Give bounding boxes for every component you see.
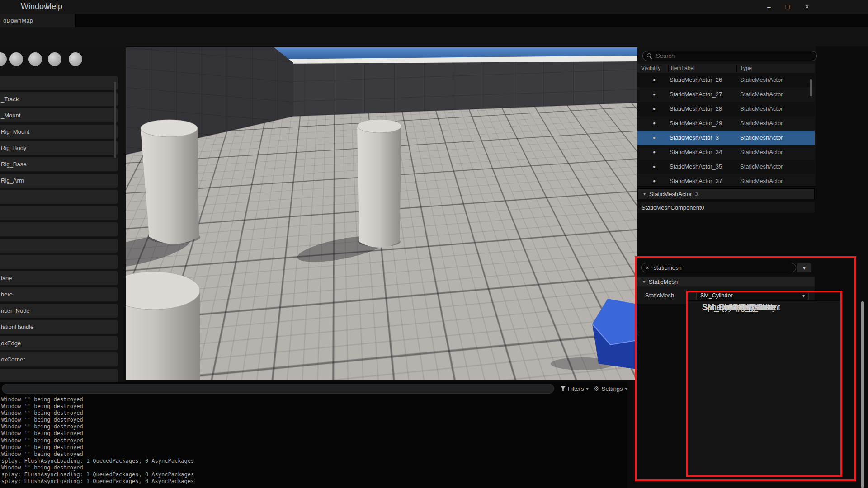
visibility-icon[interactable]: ● xyxy=(651,145,657,160)
outliner-row[interactable]: ● StaticMeshActor_28 StaticMeshActor xyxy=(637,102,815,116)
outliner-row-type: StaticMeshActor xyxy=(740,174,783,185)
visibility-icon[interactable]: ● xyxy=(651,160,657,174)
outliner-scrollbar[interactable] xyxy=(810,79,812,96)
asset-list-item[interactable] xyxy=(0,239,118,253)
outliner-row-label: StaticMeshActor_26 xyxy=(670,73,722,87)
outliner-rows: ● StaticMeshActor_26 StaticMeshActor ● S… xyxy=(637,73,815,185)
tab-topdownmap[interactable]: oDownMap xyxy=(0,14,76,27)
asset-list-item[interactable] xyxy=(0,206,118,220)
asset-list-item[interactable]: Rig_Arm xyxy=(0,174,118,188)
log-line: Window '' being destroyed xyxy=(1,423,194,430)
outliner-header-row: Visibility ItemLabel Type xyxy=(637,64,815,73)
tool-mode-icon[interactable] xyxy=(9,52,23,66)
outliner-row[interactable]: ● StaticMeshActor_34 StaticMeshActor xyxy=(637,145,815,160)
column-divider xyxy=(736,65,737,72)
outliner-row-type: StaticMeshActor xyxy=(740,145,783,160)
asset-list-item[interactable] xyxy=(0,255,118,269)
visibility-icon[interactable]: ● xyxy=(651,73,657,87)
visibility-icon[interactable]: ● xyxy=(651,174,657,185)
outliner-row-type: StaticMeshActor xyxy=(740,102,783,116)
outliner-row-type: StaticMeshActor xyxy=(740,73,783,87)
collapse-arrow-icon[interactable]: ▾ xyxy=(643,192,646,197)
asset-list-item[interactable]: oxCorner xyxy=(0,352,118,366)
menu-help[interactable]: Help xyxy=(32,0,65,13)
left-panel-scrollbar[interactable] xyxy=(114,82,116,158)
console-input[interactable] xyxy=(2,384,554,394)
asset-list-item[interactable]: lane xyxy=(0,271,118,285)
column-itemlabel[interactable]: ItemLabel xyxy=(671,64,695,73)
output-log-panel: Filters ▾ ⚙ Settings ▾ Window '' being d… xyxy=(0,382,627,488)
gear-icon: ⚙ xyxy=(594,385,599,392)
asset-list-item[interactable] xyxy=(0,190,118,204)
maximize-button[interactable]: □ xyxy=(781,2,794,12)
tab-bar: oDownMap xyxy=(0,14,868,27)
component-row[interactable]: StaticMeshComponent0 xyxy=(637,202,815,213)
outliner-row[interactable]: ● StaticMeshActor_29 StaticMeshActor xyxy=(637,116,815,131)
visibility-icon[interactable]: ● xyxy=(651,87,657,102)
tool-mode-icon[interactable] xyxy=(48,52,61,66)
outliner-row[interactable]: ● StaticMeshActor_35 StaticMeshActor xyxy=(637,160,815,174)
outliner-row-type: StaticMeshActor xyxy=(740,87,783,102)
title-bar: Window Help – □ × xyxy=(0,0,868,14)
outliner-row-type: StaticMeshActor xyxy=(740,131,783,145)
outliner-row[interactable]: ● StaticMeshActor_26 StaticMeshActor xyxy=(637,73,815,87)
outliner-row-label: StaticMeshActor_29 xyxy=(670,116,722,131)
filters-dropdown[interactable]: Filters ▾ xyxy=(561,384,588,394)
main-toolbar xyxy=(0,27,868,47)
outliner-search-input[interactable] xyxy=(655,52,783,60)
tool-mode-icon[interactable] xyxy=(0,52,7,66)
asset-list-item[interactable]: oxEdge xyxy=(0,336,118,350)
asset-list-item[interactable] xyxy=(0,369,118,382)
log-line: Window '' being destroyed xyxy=(1,417,194,423)
log-lines: Window '' being destroyed Window '' bein… xyxy=(1,396,194,485)
log-line: Window '' being destroyed xyxy=(1,451,194,458)
annotation-rect-dropdown xyxy=(686,291,842,477)
column-divider xyxy=(668,65,669,72)
visibility-icon[interactable]: ● xyxy=(651,131,657,145)
details-scrollbar[interactable] xyxy=(861,301,864,488)
asset-list-item[interactable]: ncer_Node xyxy=(0,304,118,318)
log-line: Window '' being destroyed xyxy=(1,430,194,437)
asset-list-item[interactable]: Rig_Base xyxy=(0,157,118,171)
filter-icon xyxy=(561,386,566,391)
visibility-icon[interactable]: ● xyxy=(651,102,657,116)
search-icon xyxy=(646,53,652,59)
asset-list-item[interactable]: lationHandle xyxy=(0,320,118,334)
outliner-row[interactable]: ● StaticMeshActor_27 StaticMeshActor xyxy=(637,87,815,102)
outliner-row-label: StaticMeshActor_34 xyxy=(670,145,722,160)
chevron-down-icon: ▾ xyxy=(586,386,588,391)
close-button[interactable]: × xyxy=(800,2,814,12)
tool-mode-icon[interactable] xyxy=(28,52,42,66)
minimize-button[interactable]: – xyxy=(762,2,776,12)
column-type[interactable]: Type xyxy=(740,64,752,73)
viewport-3d[interactable] xyxy=(126,47,637,380)
asset-list-item[interactable]: _Track xyxy=(0,92,118,106)
settings-dropdown[interactable]: ⚙ Settings ▾ xyxy=(594,384,627,394)
chevron-down-icon: ▾ xyxy=(625,386,627,391)
outliner-row[interactable]: ● StaticMeshActor_37 StaticMeshActor xyxy=(637,174,815,185)
settings-label: Settings xyxy=(602,385,623,392)
unreal-editor-window: Window Help – □ × oDownMap _Track _Mount… xyxy=(0,0,868,488)
asset-list-item[interactable]: Rig_Body xyxy=(0,141,118,155)
log-line: Window '' being destroyed xyxy=(1,396,194,403)
actor-name: StaticMeshActor_3 xyxy=(649,191,698,197)
left-asset-panel: _Track _Mount Rig_Mount Rig_Body Rig_Bas… xyxy=(0,46,126,382)
asset-list-item[interactable]: here xyxy=(0,287,118,301)
visibility-icon[interactable]: ● xyxy=(651,116,657,131)
log-line: Window '' being destroyed xyxy=(1,444,194,451)
asset-list-item[interactable] xyxy=(0,222,118,236)
tool-mode-icon[interactable] xyxy=(69,52,82,66)
outliner-row-label: StaticMeshActor_27 xyxy=(670,87,722,102)
outliner-row-label: StaticMeshActor_37 xyxy=(670,174,722,185)
outliner-row-type: StaticMeshActor xyxy=(740,160,783,174)
outliner-search[interactable] xyxy=(642,51,817,61)
column-visibility[interactable]: Visibility xyxy=(641,64,660,73)
asset-list-item[interactable]: _Mount xyxy=(0,108,118,122)
actor-details-header[interactable]: ▾ StaticMeshActor_3 xyxy=(637,188,815,199)
outliner-row-selected[interactable]: ● StaticMeshActor_3 StaticMeshActor xyxy=(637,131,815,145)
asset-list-item[interactable] xyxy=(0,76,118,90)
log-line: splay: FlushAsyncLoading: 1 QueuedPackag… xyxy=(1,458,194,465)
log-line: Window '' being destroyed xyxy=(1,403,194,410)
asset-list-item[interactable]: Rig_Mount xyxy=(0,125,118,139)
filters-label: Filters xyxy=(568,385,584,392)
